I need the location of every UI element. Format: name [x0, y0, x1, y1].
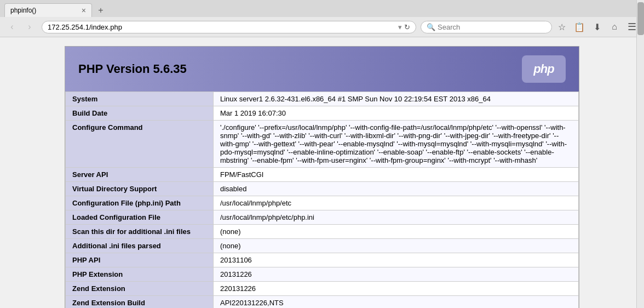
table-row: Virtual Directory Supportdisabled: [66, 182, 579, 196]
table-key: Zend Extension Build: [66, 296, 214, 309]
php-header: PHP Version 5.6.35 php: [65, 47, 579, 92]
table-value: /usr/local/lnmp/php/etc: [214, 196, 579, 210]
download-button[interactable]: ⬇: [589, 19, 605, 35]
table-key: Configure Command: [66, 121, 214, 168]
table-row: Configure Command'./configure' '--prefix…: [66, 121, 579, 168]
table-row: Scan this dir for additional .ini files(…: [66, 225, 579, 239]
table-value: API220131226,NTS: [214, 296, 579, 309]
tab-close-button[interactable]: ×: [82, 7, 86, 14]
table-row: PHP API20131106: [66, 253, 579, 267]
table-value: 20131106: [214, 253, 579, 267]
bookmark-button[interactable]: ☆: [554, 19, 570, 35]
table-value: 20131226: [214, 267, 579, 282]
page-content: PHP Version 5.6.35 php SystemLinux serve…: [0, 37, 644, 308]
search-bar-wrap: 🔍: [421, 21, 552, 33]
table-row: Configuration File (php.ini) Path/usr/lo…: [66, 196, 579, 210]
table-key: PHP API: [66, 253, 214, 267]
download-icon: ⬇: [594, 22, 601, 32]
table-key: Build Date: [66, 106, 214, 121]
table-key: Server API: [66, 168, 214, 182]
table-key: Additional .ini files parsed: [66, 239, 214, 253]
phpinfo-table: SystemLinux server1 2.6.32-431.el6.x86_6…: [65, 92, 579, 308]
history-icon: 📋: [574, 22, 585, 32]
table-value: Linux server1 2.6.32-431.el6.x86_64 #1 S…: [214, 92, 579, 106]
table-row: Additional .ini files parsed(none): [66, 239, 579, 253]
tab-title: phpinfo(): [10, 7, 78, 14]
table-value: /usr/local/lnmp/php/etc/php.ini: [214, 210, 579, 225]
php-version-title: PHP Version 5.6.35: [78, 62, 187, 76]
menu-icon: ☰: [628, 21, 636, 33]
table-row: Server APIFPM/FastCGI: [66, 168, 579, 182]
table-value: './configure' '--prefix=/usr/local/lnmp/…: [214, 121, 579, 168]
table-key: System: [66, 92, 214, 106]
refresh-button[interactable]: ↻: [404, 23, 410, 31]
forward-button[interactable]: ›: [22, 19, 37, 35]
scrollbar[interactable]: [636, 0, 644, 308]
table-row: Loaded Configuration File/usr/local/lnmp…: [66, 210, 579, 225]
table-value: Mar 1 2019 16:07:30: [214, 106, 579, 121]
home-icon: ⌂: [612, 22, 617, 32]
table-value: (none): [214, 225, 579, 239]
browser-tab-active[interactable]: phpinfo() ×: [4, 3, 92, 17]
table-row: PHP Extension20131226: [66, 267, 579, 282]
table-value: FPM/FastCGI: [214, 168, 579, 182]
table-key: Configuration File (php.ini) Path: [66, 196, 214, 210]
address-bar-wrap: ▾ ↻: [42, 21, 416, 33]
table-key: Virtual Directory Support: [66, 182, 214, 196]
table-row: SystemLinux server1 2.6.32-431.el6.x86_6…: [66, 92, 579, 106]
table-row: Zend Extension220131226: [66, 282, 579, 296]
forward-icon: ›: [28, 22, 31, 32]
nav-bar: ‹ › ▾ ↻ 🔍 ☆ 📋 ⬇ ⌂ ☰: [0, 17, 644, 37]
php-logo: php: [522, 55, 566, 83]
table-row: Zend Extension BuildAPI220131226,NTS: [66, 296, 579, 309]
address-dropdown-icon[interactable]: ▾: [398, 23, 402, 31]
back-button[interactable]: ‹: [4, 19, 20, 35]
history-button[interactable]: 📋: [572, 19, 587, 35]
table-key: Scan this dir for additional .ini files: [66, 225, 214, 239]
browser-chrome: phpinfo() × + ‹ › ▾ ↻ 🔍 ☆ 📋 ⬇: [0, 0, 644, 37]
table-value: (none): [214, 239, 579, 253]
phpinfo-container: PHP Version 5.6.35 php SystemLinux serve…: [65, 46, 579, 308]
table-key: Zend Extension: [66, 282, 214, 296]
bookmark-icon: ☆: [558, 22, 566, 32]
search-input[interactable]: [438, 23, 546, 31]
tab-bar: phpinfo() × +: [0, 0, 644, 17]
table-key: PHP Extension: [66, 267, 214, 282]
php-logo-text: php: [533, 62, 554, 76]
table-value: disabled: [214, 182, 579, 196]
home-button[interactable]: ⌂: [607, 19, 622, 35]
address-bar[interactable]: [48, 23, 396, 31]
new-tab-button[interactable]: +: [94, 4, 107, 17]
scroll-thumb[interactable]: [637, 2, 644, 35]
table-row: Build DateMar 1 2019 16:07:30: [66, 106, 579, 121]
table-key: Loaded Configuration File: [66, 210, 214, 225]
back-icon: ‹: [10, 22, 13, 32]
search-icon: 🔍: [427, 23, 435, 31]
table-value: 220131226: [214, 282, 579, 296]
